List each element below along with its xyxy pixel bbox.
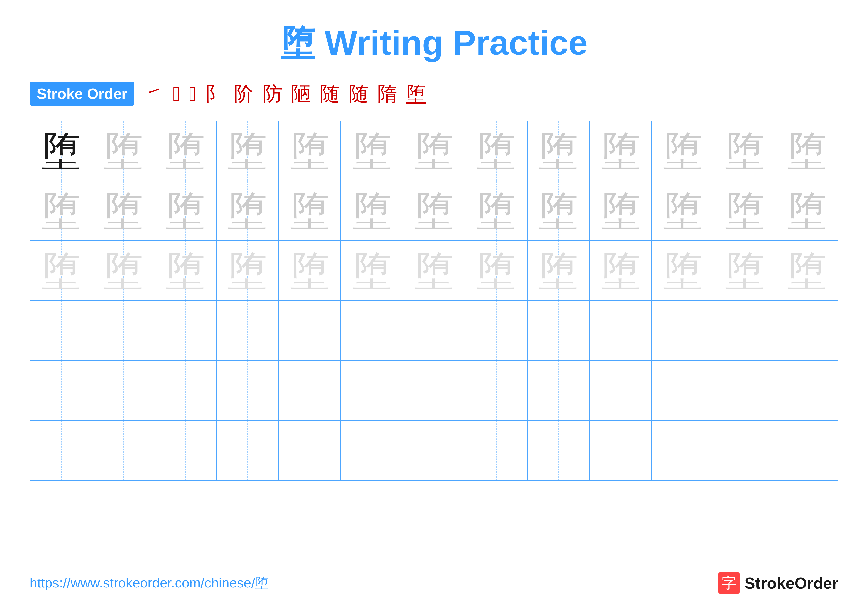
grid-cell bbox=[714, 301, 776, 361]
stroke-step-4: 阝 bbox=[205, 84, 225, 104]
cell-character: 堕 bbox=[290, 191, 330, 231]
grid-row-2: 堕 堕 堕 堕 堕 堕 堕 堕 堕 堕 堕 堕 堕 bbox=[30, 181, 838, 241]
footer-url[interactable]: https://www.strokeorder.com/chinese/堕 bbox=[30, 574, 269, 592]
cell-character: 堕 bbox=[41, 191, 81, 231]
stroke-step-8: 随 bbox=[320, 84, 340, 104]
grid-cell: 堕 bbox=[217, 181, 279, 241]
grid-cell bbox=[776, 361, 838, 420]
cell-character: 堕 bbox=[352, 191, 392, 231]
grid-cell: 堕 bbox=[92, 181, 154, 241]
grid-cell: 堕 bbox=[154, 121, 217, 180]
grid-cell: 堕 bbox=[776, 181, 838, 241]
cell-character: 堕 bbox=[601, 251, 640, 291]
cell-character: 堕 bbox=[601, 131, 640, 171]
logo-char: 字 bbox=[722, 573, 736, 593]
grid-cell: 堕 bbox=[341, 241, 403, 300]
grid-cell bbox=[776, 421, 838, 480]
practice-grid: 堕 堕 堕 堕 堕 堕 堕 堕 堕 堕 堕 堕 堕 堕 堕 堕 堕 堕 堕 堕 … bbox=[30, 121, 838, 481]
cell-character: 堕 bbox=[228, 251, 267, 291]
grid-cell bbox=[92, 301, 154, 361]
grid-cell bbox=[279, 361, 341, 420]
grid-row-1: 堕 堕 堕 堕 堕 堕 堕 堕 堕 堕 堕 堕 堕 bbox=[30, 121, 838, 181]
grid-cell bbox=[590, 421, 652, 480]
cell-character: 堕 bbox=[414, 251, 454, 291]
grid-row-3: 堕 堕 堕 堕 堕 堕 堕 堕 堕 堕 堕 堕 堕 bbox=[30, 241, 838, 301]
grid-cell bbox=[465, 421, 527, 480]
grid-cell bbox=[590, 361, 652, 420]
cell-character: 堕 bbox=[352, 131, 392, 171]
cell-character: 堕 bbox=[725, 131, 764, 171]
grid-cell bbox=[527, 421, 590, 480]
cell-character: 堕 bbox=[663, 251, 702, 291]
footer: https://www.strokeorder.com/chinese/堕 字 … bbox=[30, 572, 838, 594]
stroke-step-11: 堕 bbox=[406, 84, 426, 104]
grid-cell bbox=[776, 301, 838, 361]
grid-cell bbox=[92, 421, 154, 480]
cell-character: 堕 bbox=[476, 191, 516, 231]
grid-cell bbox=[217, 421, 279, 480]
grid-cell: 堕 bbox=[30, 181, 92, 241]
stroke-order-row: Stroke Order ㇀ 𠃌 𠃊 阝 阶 防 陋 随 随 隋 堕 bbox=[30, 82, 838, 106]
cell-character: 堕 bbox=[41, 251, 81, 291]
grid-cell: 堕 bbox=[279, 121, 341, 180]
stroke-step-6: 防 bbox=[262, 84, 282, 104]
grid-cell bbox=[279, 301, 341, 361]
grid-cell bbox=[154, 421, 217, 480]
grid-cell bbox=[154, 301, 217, 361]
cell-character: 堕 bbox=[104, 251, 143, 291]
cell-character: 堕 bbox=[725, 191, 764, 231]
title-section: 堕 Writing Practice bbox=[30, 20, 838, 67]
grid-cell bbox=[403, 421, 465, 480]
grid-cell: 堕 bbox=[590, 241, 652, 300]
grid-cell: 堕 bbox=[154, 241, 217, 300]
grid-row-4 bbox=[30, 301, 838, 361]
grid-cell: 堕 bbox=[30, 121, 92, 180]
grid-row-6 bbox=[30, 421, 838, 480]
grid-cell: 堕 bbox=[776, 241, 838, 300]
cell-character: 堕 bbox=[104, 131, 143, 171]
grid-cell bbox=[714, 421, 776, 480]
grid-cell: 堕 bbox=[652, 181, 714, 241]
grid-cell: 堕 bbox=[279, 181, 341, 241]
cell-character: 堕 bbox=[104, 191, 143, 231]
cell-character: 堕 bbox=[414, 131, 454, 171]
page-title: 堕 Writing Practice bbox=[281, 23, 587, 62]
page: 堕 Writing Practice Stroke Order ㇀ 𠃌 𠃊 阝 … bbox=[0, 0, 868, 614]
grid-cell bbox=[714, 361, 776, 420]
grid-cell: 堕 bbox=[527, 241, 590, 300]
grid-cell: 堕 bbox=[217, 121, 279, 180]
grid-cell bbox=[30, 301, 92, 361]
cell-character: 堕 bbox=[725, 251, 764, 291]
cell-character: 堕 bbox=[290, 251, 330, 291]
stroke-step-7: 陋 bbox=[291, 84, 311, 104]
logo-text: StrokeOrder bbox=[744, 574, 838, 592]
cell-character: 堕 bbox=[414, 191, 454, 231]
grid-cell: 堕 bbox=[217, 241, 279, 300]
cell-character: 堕 bbox=[228, 191, 267, 231]
stroke-steps: ㇀ 𠃌 𠃊 阝 阶 防 陋 随 随 隋 堕 bbox=[144, 84, 426, 104]
grid-cell bbox=[652, 301, 714, 361]
cell-character: 堕 bbox=[166, 191, 205, 231]
grid-cell: 堕 bbox=[341, 121, 403, 180]
title-char: 堕 bbox=[281, 23, 315, 62]
grid-cell bbox=[30, 421, 92, 480]
cell-character: 堕 bbox=[41, 131, 81, 171]
grid-cell: 堕 bbox=[403, 241, 465, 300]
grid-cell: 堕 bbox=[465, 241, 527, 300]
grid-cell bbox=[341, 361, 403, 420]
grid-cell bbox=[341, 301, 403, 361]
cell-character: 堕 bbox=[538, 191, 578, 231]
grid-cell bbox=[527, 361, 590, 420]
stroke-step-2: 𠃌 bbox=[173, 84, 180, 104]
grid-cell bbox=[217, 301, 279, 361]
title-rest: Writing Practice bbox=[315, 23, 587, 62]
grid-cell: 堕 bbox=[590, 121, 652, 180]
cell-character: 堕 bbox=[538, 251, 578, 291]
cell-character: 堕 bbox=[166, 251, 205, 291]
grid-cell: 堕 bbox=[341, 181, 403, 241]
grid-cell: 堕 bbox=[465, 181, 527, 241]
grid-cell bbox=[652, 421, 714, 480]
grid-cell bbox=[465, 361, 527, 420]
cell-character: 堕 bbox=[290, 131, 330, 171]
grid-cell: 堕 bbox=[590, 181, 652, 241]
